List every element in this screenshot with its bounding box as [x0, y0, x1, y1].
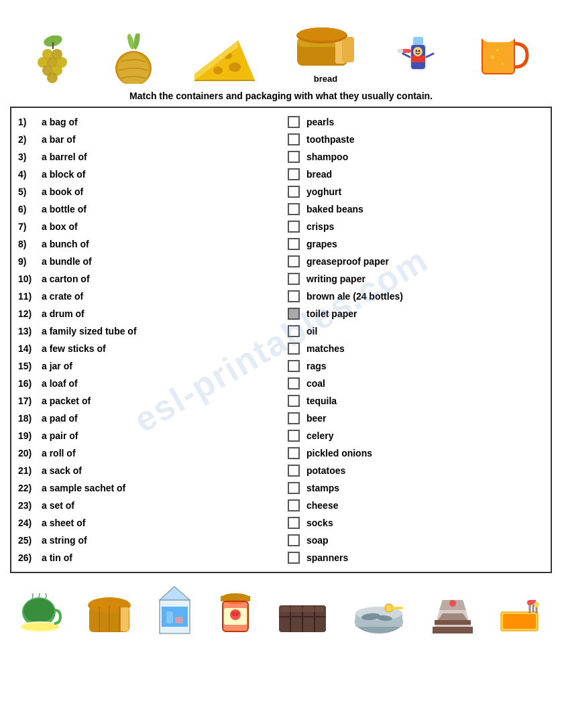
exercise-box: esl-printables.com 1)a bag of2)a bar of3…	[10, 107, 552, 573]
checkbox-4[interactable]	[288, 168, 300, 180]
checkbox-7[interactable]	[288, 221, 300, 233]
left-item-15: 15)a jar of	[18, 357, 274, 375]
checkbox-12[interactable]	[288, 308, 300, 320]
right-item-19: celery	[288, 427, 544, 444]
item-text-20: a roll of	[42, 448, 76, 459]
checkbox-11[interactable]	[288, 290, 300, 302]
svg-point-49	[23, 599, 54, 623]
checkbox-8[interactable]	[288, 238, 300, 250]
answer-text-22: stamps	[306, 483, 339, 493]
left-item-14: 14)a few sticks of	[18, 340, 274, 357]
left-item-13: 13)a family sized tube of	[18, 322, 274, 340]
checkbox-23[interactable]	[288, 499, 300, 511]
item-number-5: 5)	[18, 186, 42, 197]
right-item-14: matches	[288, 340, 544, 357]
answer-text-17: tequila	[306, 396, 337, 406]
svg-marker-60	[160, 587, 190, 600]
right-item-3: shampoo	[288, 148, 544, 166]
answer-text-11: brown ale (24 bottles)	[306, 291, 403, 302]
svg-point-26	[298, 27, 346, 41]
left-item-22: 22)a sample sachet of	[18, 479, 274, 497]
item-number-23: 23)	[18, 500, 42, 511]
item-text-7: a box of	[42, 221, 78, 232]
item-text-25: a string of	[42, 535, 87, 546]
item-text-6: a bottle of	[42, 204, 87, 215]
svg-point-45	[490, 55, 494, 59]
item-number-9: 9)	[18, 256, 42, 267]
svg-point-73	[233, 615, 235, 616]
checkbox-13[interactable]	[288, 325, 300, 337]
item-number-13: 13)	[18, 326, 42, 337]
svg-line-34	[403, 54, 410, 57]
svg-rect-30	[413, 37, 423, 45]
checkbox-22[interactable]	[288, 482, 300, 494]
checkbox-2[interactable]	[288, 133, 300, 145]
item-number-22: 22)	[18, 483, 42, 493]
right-item-6: baked beans	[288, 200, 544, 218]
item-text-19: a pair of	[42, 430, 78, 441]
checkbox-21[interactable]	[288, 465, 300, 477]
svg-point-43	[483, 34, 514, 43]
cheese-image	[194, 37, 255, 84]
right-item-12: toilet paper	[288, 305, 544, 322]
checkbox-15[interactable]	[288, 360, 300, 372]
checkbox-19[interactable]	[288, 430, 300, 442]
item-text-2: a bar of	[42, 134, 76, 145]
checkbox-17[interactable]	[288, 395, 300, 407]
left-item-17: 17)a packet of	[18, 392, 274, 410]
checkbox-1[interactable]	[288, 116, 300, 128]
checkbox-5[interactable]	[288, 186, 300, 198]
item-text-22: a sample sachet of	[42, 483, 125, 493]
svg-marker-89	[433, 627, 473, 633]
item-text-26: a tin of	[42, 552, 72, 563]
checkbox-14[interactable]	[288, 343, 300, 355]
right-item-16: coal	[288, 375, 544, 392]
left-item-23: 23)a set of	[18, 497, 274, 514]
bread-image: bread	[294, 22, 357, 84]
right-item-25: soap	[288, 532, 544, 549]
svg-point-17	[213, 66, 223, 74]
item-number-15: 15)	[18, 361, 42, 371]
item-number-11: 11)	[18, 291, 42, 302]
item-number-20: 20)	[18, 448, 42, 459]
left-item-8: 8)a bunch of	[18, 235, 274, 253]
checkbox-18[interactable]	[288, 412, 300, 424]
item-number-18: 18)	[18, 413, 42, 424]
svg-rect-29	[411, 56, 425, 62]
bottom-decorative-images	[0, 573, 562, 640]
svg-point-16	[229, 62, 241, 72]
checkbox-6[interactable]	[288, 203, 300, 215]
checkbox-10[interactable]	[288, 273, 300, 285]
item-number-17: 17)	[18, 396, 42, 406]
svg-point-32	[416, 50, 418, 52]
answer-text-5: yoghurt	[306, 186, 341, 197]
item-text-12: a drum of	[42, 308, 85, 319]
checkbox-16[interactable]	[288, 377, 300, 389]
answer-text-16: coal	[306, 378, 325, 389]
svg-marker-15	[194, 40, 255, 80]
checkbox-25[interactable]	[288, 534, 300, 546]
checkbox-24[interactable]	[288, 517, 300, 529]
checkbox-3[interactable]	[288, 151, 300, 163]
left-item-6: 6)a bottle of	[18, 200, 274, 218]
svg-point-71	[231, 611, 235, 615]
svg-point-70	[230, 609, 241, 620]
checkbox-26[interactable]	[288, 552, 300, 564]
bread-label: bread	[314, 74, 337, 84]
item-text-8: a bunch of	[42, 239, 89, 249]
left-item-19: 19)a pair of	[18, 427, 274, 444]
svg-point-9	[47, 72, 58, 83]
answer-text-6: baked beans	[306, 204, 363, 215]
checkbox-20[interactable]	[288, 447, 300, 459]
svg-rect-24	[342, 37, 354, 62]
left-item-18: 18)a pad of	[18, 410, 274, 427]
checkbox-9[interactable]	[288, 255, 300, 267]
jam-jar-image	[217, 587, 254, 637]
svg-point-94	[449, 600, 456, 607]
item-text-14: a few sticks of	[42, 343, 106, 354]
item-text-3: a barrel of	[42, 151, 87, 162]
answer-text-19: celery	[306, 430, 333, 441]
answer-text-9: greaseproof paper	[306, 256, 389, 267]
svg-rect-62	[162, 607, 188, 627]
svg-rect-66	[221, 596, 250, 601]
